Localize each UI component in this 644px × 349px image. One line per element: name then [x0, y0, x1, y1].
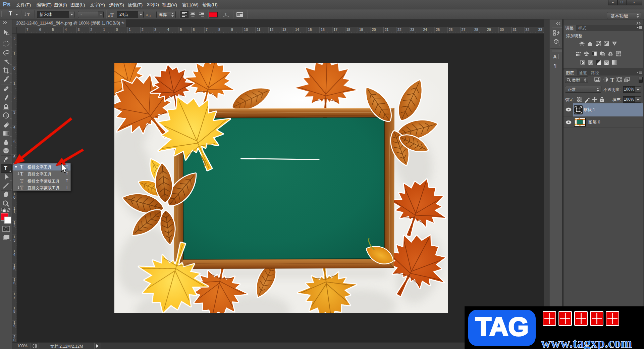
svg-text:7: 7 — [26, 28, 29, 32]
svg-text:2: 2 — [13, 224, 15, 228]
svg-text:10: 10 — [244, 28, 248, 32]
svg-text:26: 26 — [449, 28, 453, 32]
svg-text:0: 0 — [13, 66, 15, 70]
svg-text:15: 15 — [308, 28, 312, 32]
svg-text:1: 1 — [13, 210, 15, 214]
svg-text:T: T — [110, 12, 114, 17]
svg-text:2: 2 — [142, 28, 144, 32]
svg-text:a: a — [146, 12, 148, 17]
svg-text:6: 6 — [13, 281, 15, 285]
svg-text:2: 2 — [13, 37, 15, 41]
svg-text:T: T — [27, 12, 30, 17]
svg-text:1: 1 — [129, 28, 131, 32]
svg-text:9: 9 — [13, 324, 15, 328]
svg-text:28: 28 — [474, 28, 478, 32]
svg-text:3: 3 — [13, 110, 15, 114]
svg-text:3: 3 — [154, 28, 156, 32]
svg-text:2: 2 — [13, 96, 15, 100]
svg-text:20: 20 — [372, 28, 376, 32]
svg-text:T: T — [20, 164, 23, 169]
svg-text:a: a — [149, 13, 151, 17]
svg-text:1: 1 — [13, 52, 15, 56]
svg-text:8: 8 — [13, 309, 15, 313]
svg-text:0: 0 — [116, 28, 118, 32]
svg-text:17: 17 — [333, 28, 337, 32]
svg-text:3: 3 — [77, 28, 79, 32]
svg-text:5: 5 — [52, 28, 54, 32]
svg-text:4: 4 — [13, 252, 15, 256]
svg-text:T: T — [610, 77, 614, 83]
svg-text:¶: ¶ — [554, 62, 556, 68]
svg-text:7: 7 — [206, 28, 208, 32]
svg-text:19: 19 — [359, 28, 363, 32]
svg-text:0: 0 — [13, 338, 15, 342]
svg-text:8: 8 — [218, 28, 220, 32]
svg-text:31: 31 — [513, 28, 517, 32]
svg-text:1: 1 — [103, 28, 105, 32]
svg-text:24: 24 — [423, 28, 427, 32]
svg-text:1: 1 — [13, 81, 15, 85]
svg-text:6: 6 — [13, 155, 15, 159]
svg-text:T: T — [20, 185, 23, 190]
svg-text:25: 25 — [436, 28, 440, 32]
svg-text:T: T — [20, 171, 23, 177]
svg-text:16: 16 — [321, 28, 325, 32]
svg-text:11: 11 — [257, 28, 261, 32]
svg-text:7: 7 — [13, 295, 15, 299]
svg-text:5: 5 — [13, 140, 15, 144]
svg-text:A: A — [553, 54, 557, 59]
svg-text:4: 4 — [13, 125, 15, 129]
svg-text:32: 32 — [526, 28, 530, 32]
svg-text:30: 30 — [500, 28, 504, 32]
svg-text:27: 27 — [462, 28, 466, 32]
svg-text:12: 12 — [270, 28, 274, 32]
svg-text:13: 13 — [282, 28, 286, 32]
svg-text:5: 5 — [180, 28, 182, 32]
svg-text:2: 2 — [91, 28, 93, 32]
svg-text:33: 33 — [538, 28, 542, 32]
svg-text:a: a — [108, 14, 110, 17]
svg-text:21: 21 — [385, 28, 389, 32]
svg-text:4: 4 — [65, 28, 67, 32]
svg-text:4: 4 — [167, 28, 169, 32]
svg-text:9: 9 — [231, 28, 233, 32]
svg-text:6: 6 — [193, 28, 195, 32]
svg-text:6: 6 — [39, 28, 41, 32]
svg-text:3: 3 — [13, 238, 15, 242]
svg-text:29: 29 — [487, 28, 491, 32]
svg-text:5: 5 — [13, 267, 15, 271]
svg-text:0: 0 — [13, 195, 15, 199]
svg-text:18: 18 — [346, 28, 351, 32]
svg-text:23: 23 — [410, 28, 414, 32]
svg-text:14: 14 — [295, 28, 299, 32]
svg-text:T: T — [20, 179, 23, 184]
svg-text:22: 22 — [397, 28, 401, 32]
